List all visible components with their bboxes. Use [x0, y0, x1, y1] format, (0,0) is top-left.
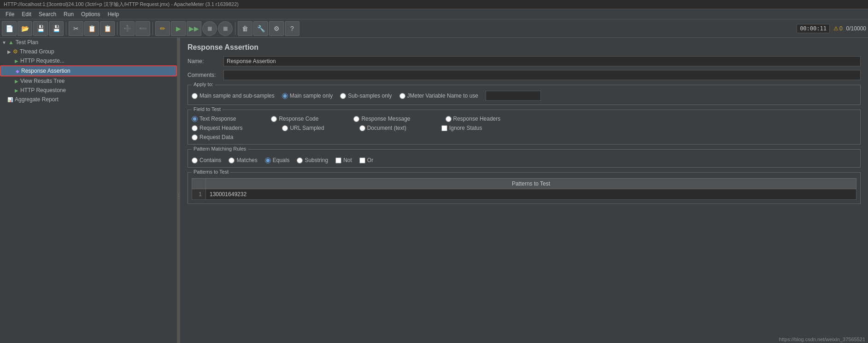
separator-4	[235, 22, 235, 35]
comments-input[interactable]	[223, 70, 861, 80]
patterns-to-test-content: Patterns to Test 1 130001649232	[188, 173, 860, 203]
thread-group-icon: ⚙	[13, 48, 18, 55]
clear-button[interactable]: 🗑	[238, 21, 252, 36]
comments-label: Comments:	[188, 72, 220, 78]
start-button[interactable]: ▶	[171, 21, 186, 36]
pattern-not-label: Not	[343, 157, 352, 163]
func-button[interactable]: ⚙	[269, 21, 284, 36]
add-button[interactable]: ➕	[120, 21, 135, 36]
pattern-equals-label: Equals	[273, 157, 290, 163]
field-text-response-label: Text Response	[199, 116, 236, 122]
aggregate-icon: 📊	[7, 97, 13, 102]
new-button[interactable]: 📄	[2, 21, 17, 36]
menu-edit[interactable]: Edit	[18, 10, 35, 18]
apply-main-only[interactable]: Main sample only	[282, 93, 333, 99]
field-response-headers[interactable]: Response Headers	[446, 116, 501, 122]
paste-button[interactable]: 📋	[100, 21, 115, 36]
aggregate-label: Aggregate Report	[15, 96, 59, 103]
toolbar-right: 00:00:11 ⚠ 0 0/10000	[797, 24, 866, 33]
comments-row: Comments:	[188, 70, 861, 80]
timer-display: 00:00:11	[797, 24, 830, 33]
thread-group-label: Thread Group	[20, 48, 54, 55]
stop-button[interactable]: ⏹	[202, 21, 217, 36]
pattern-matching-section: Pattern Matching Rules Contains Matches …	[188, 149, 861, 168]
name-input[interactable]	[223, 56, 861, 66]
apply-main-sub[interactable]: Main sample and sub-samples	[192, 93, 275, 99]
field-request-data[interactable]: Request Data	[192, 134, 233, 140]
menu-search[interactable]: Search	[35, 10, 60, 18]
patterns-to-test-legend: Patterns to Test	[192, 169, 230, 174]
sidebar-item-view-results-tree[interactable]: ▶ View Results Tree	[0, 76, 177, 86]
left-panel: ▼ ▲ Test Plan ▶ ⚙ Thread Group ▶ HTTP Re…	[0, 38, 177, 343]
sidebar-item-thread-group[interactable]: ▶ ⚙ Thread Group	[0, 47, 177, 56]
field-to-test-section: Field to Test Text Response Response Cod…	[188, 110, 861, 145]
field-document-text[interactable]: Document (text)	[359, 125, 406, 131]
copy-button[interactable]: 📋	[84, 21, 99, 36]
test-plan-icon: ▲	[8, 39, 14, 46]
patterns-table-header-empty	[192, 179, 206, 189]
pattern-matching-group: Contains Matches Equals Substring	[192, 157, 856, 163]
sidebar-item-response-assertion[interactable]: ◆ Response Assertion	[0, 65, 177, 76]
help-button[interactable]: ?	[285, 21, 299, 36]
jmeter-var-input[interactable]	[486, 91, 541, 101]
open-button[interactable]: 📂	[18, 21, 32, 36]
url-text: HTTP://localhost:1;{3control}24.100 (3ct…	[4, 1, 239, 8]
sidebar-item-aggregate-report[interactable]: 📊 Aggregate Report	[0, 95, 177, 104]
assertion-icon: ◆	[16, 69, 19, 74]
menu-options[interactable]: Options	[77, 10, 104, 18]
field-row-3: Request Data	[192, 134, 856, 140]
remove-button[interactable]: ➖	[135, 21, 150, 36]
separator-3	[152, 22, 153, 35]
http-request-2-icon: ▶	[15, 88, 18, 93]
field-request-headers[interactable]: Request Headers	[192, 125, 242, 131]
toolbar: 📄 📂 💾 💾 ✂ 📋 📋 ➕ ➖ ✏ ▶ ▶▶ ⏹ ⏹ 🗑 🔧 ⚙ ? 00:…	[0, 19, 868, 38]
field-response-code[interactable]: Response Code	[271, 116, 318, 122]
field-response-message[interactable]: Response Message	[353, 116, 410, 122]
field-ignore-status[interactable]: Ignore Status	[441, 125, 482, 131]
main-layout: ▼ ▲ Test Plan ▶ ⚙ Thread Group ▶ HTTP Re…	[0, 38, 868, 343]
sidebar-item-test-plan[interactable]: ▼ ▲ Test Plan	[0, 38, 177, 47]
pattern-not[interactable]: Not	[335, 157, 352, 163]
test-plan-label: Test Plan	[16, 39, 38, 46]
apply-to-legend: Apply to:	[192, 81, 215, 87]
cut-button[interactable]: ✂	[69, 21, 83, 36]
pattern-or[interactable]: Or	[359, 157, 373, 163]
field-text-response[interactable]: Text Response	[192, 116, 236, 122]
edit-button[interactable]: ✏	[155, 21, 170, 36]
sidebar-item-http-request-2[interactable]: ▶ HTTP Requestone	[0, 86, 177, 95]
menu-help[interactable]: Help	[104, 10, 123, 18]
warning-count: 0	[839, 25, 843, 32]
patterns-to-test-section: Patterns to Test Patterns to Test 1 1300…	[188, 172, 861, 204]
sidebar-item-http-request-1[interactable]: ▶ HTTP Requeste...	[0, 56, 177, 65]
http-request-1-label: HTTP Requeste...	[20, 58, 65, 64]
apply-main-sub-label: Main sample and sub-samples	[199, 93, 275, 99]
apply-jmeter-var[interactable]: JMeter Variable Name to use	[399, 93, 479, 99]
pattern-contains[interactable]: Contains	[192, 157, 221, 163]
name-label: Name:	[188, 58, 220, 64]
save-template-button[interactable]: 💾	[33, 21, 48, 36]
shutdown-button[interactable]: ⏹	[218, 21, 233, 36]
pattern-value-1[interactable]: 130001649232	[206, 189, 856, 200]
arrow-down-icon: ▼	[2, 40, 6, 45]
field-ignore-status-label: Ignore Status	[449, 125, 482, 131]
start-no-pause-button[interactable]: ▶▶	[187, 21, 201, 36]
apply-to-content: Main sample and sub-samples Main sample …	[188, 85, 860, 105]
apply-to-section: Apply to: Main sample and sub-samples Ma…	[188, 85, 861, 105]
pattern-or-label: Or	[367, 157, 373, 163]
field-document-text-label: Document (text)	[367, 125, 406, 131]
view-results-label: View Results Tree	[20, 78, 65, 84]
remote-button[interactable]: 🔧	[253, 21, 268, 36]
field-url-sampled[interactable]: URL Sampled	[282, 125, 324, 131]
pattern-equals[interactable]: Equals	[265, 157, 290, 163]
patterns-table: Patterns to Test 1 130001649232	[192, 178, 856, 200]
pattern-matches[interactable]: Matches	[229, 157, 257, 163]
save-button[interactable]: 💾	[49, 21, 64, 36]
menu-file[interactable]: File	[2, 10, 18, 18]
field-response-code-label: Response Code	[279, 116, 318, 122]
pattern-substring[interactable]: Substring	[297, 157, 328, 163]
pattern-contains-label: Contains	[199, 157, 221, 163]
field-row-2: Request Headers URL Sampled Document (te…	[192, 125, 856, 131]
apply-sub-only[interactable]: Sub-samples only	[340, 93, 392, 99]
http-request-1-icon: ▶	[15, 58, 18, 64]
menu-run[interactable]: Run	[60, 10, 77, 18]
